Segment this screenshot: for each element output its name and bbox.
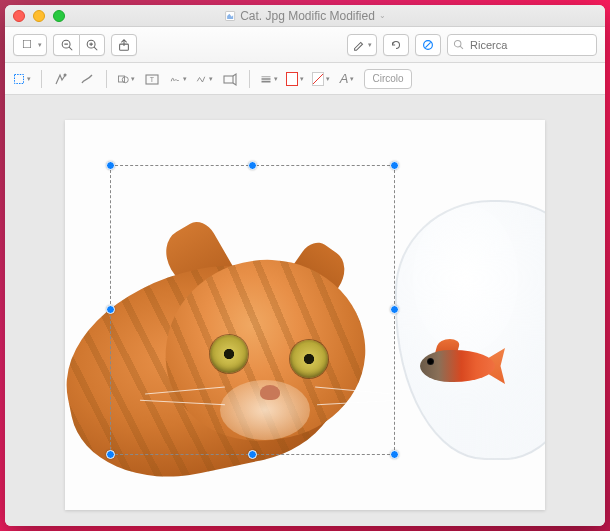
image-document[interactable] xyxy=(65,120,545,510)
chevron-down-icon: ▾ xyxy=(300,75,304,83)
shapes-button[interactable]: ▾ xyxy=(117,70,135,88)
share-button[interactable] xyxy=(111,34,137,56)
svg-point-15 xyxy=(122,76,128,82)
close-window-button[interactable] xyxy=(13,10,25,22)
selection-tool-button[interactable]: ▾ xyxy=(13,70,31,88)
chevron-down-icon: ▾ xyxy=(368,41,372,49)
app-window: Cat. Jpg Modific Modified ⌄ ☐▾ ▾ ▾ ▾ T ▾ xyxy=(5,5,605,526)
svg-rect-12 xyxy=(15,74,24,83)
svg-line-2 xyxy=(69,47,72,50)
markup-toolbar: ▾ ▾ T ▾ ▾ ▾ ▾ ▾ A▾ Circolo xyxy=(5,63,605,95)
svg-point-10 xyxy=(454,40,461,47)
minimize-window-button[interactable] xyxy=(33,10,45,22)
search-icon xyxy=(452,38,465,51)
text-style-button[interactable]: A▾ xyxy=(338,70,356,88)
zoom-out-button[interactable] xyxy=(53,34,79,56)
zoom-in-button[interactable] xyxy=(79,34,105,56)
highlight-button[interactable]: ▾ xyxy=(347,34,377,56)
svg-line-5 xyxy=(94,47,97,50)
adjust-color-button[interactable]: ▾ xyxy=(195,70,213,88)
photo-content xyxy=(65,120,545,510)
titlebar: Cat. Jpg Modific Modified ⌄ xyxy=(5,5,605,27)
main-toolbar: ☐▾ ▾ xyxy=(5,27,605,63)
adjust-size-button[interactable] xyxy=(221,70,239,88)
chevron-down-icon: ⌄ xyxy=(379,11,386,20)
chevron-down-icon: ▾ xyxy=(27,75,31,83)
fill-color-button[interactable]: ▾ xyxy=(312,70,330,88)
chevron-down-icon: ▾ xyxy=(350,75,354,83)
markup-button[interactable] xyxy=(415,34,441,56)
svg-text:T: T xyxy=(150,76,155,83)
chevron-down-icon: ▾ xyxy=(131,75,135,83)
border-color-button[interactable]: ▾ xyxy=(286,70,304,88)
svg-rect-18 xyxy=(224,76,233,83)
fish-illustration xyxy=(395,345,500,387)
border-color-swatch xyxy=(286,72,298,86)
view-mode-button[interactable]: ☐▾ xyxy=(13,34,47,56)
chevron-down-icon: ▾ xyxy=(274,75,278,83)
fill-color-swatch xyxy=(312,72,324,86)
sketch-button[interactable] xyxy=(78,70,96,88)
svg-point-13 xyxy=(64,73,67,76)
fishbowl-illustration xyxy=(395,200,545,460)
chevron-down-icon: ▾ xyxy=(38,41,42,49)
text-button[interactable]: T xyxy=(143,70,161,88)
traffic-lights xyxy=(13,10,65,22)
sign-button[interactable]: ▾ xyxy=(169,70,187,88)
cat-illustration xyxy=(65,190,385,500)
instant-alpha-button[interactable] xyxy=(52,70,70,88)
chevron-down-icon: ▾ xyxy=(326,75,330,83)
svg-line-11 xyxy=(460,46,463,49)
line-style-button[interactable]: ▾ xyxy=(260,70,278,88)
document-icon xyxy=(224,10,236,22)
search-input[interactable] xyxy=(447,34,597,56)
zoom-window-button[interactable] xyxy=(53,10,65,22)
chevron-down-icon: ▾ xyxy=(183,75,187,83)
rotate-button[interactable] xyxy=(383,34,409,56)
window-title-text: Cat. Jpg Modific Modified xyxy=(240,9,375,23)
description-field[interactable]: Circolo xyxy=(364,69,412,89)
chevron-down-icon: ▾ xyxy=(209,75,213,83)
window-title: Cat. Jpg Modific Modified ⌄ xyxy=(224,9,386,23)
zoom-group xyxy=(53,34,105,56)
canvas-area[interactable] xyxy=(5,95,605,526)
search-field[interactable] xyxy=(447,34,597,56)
